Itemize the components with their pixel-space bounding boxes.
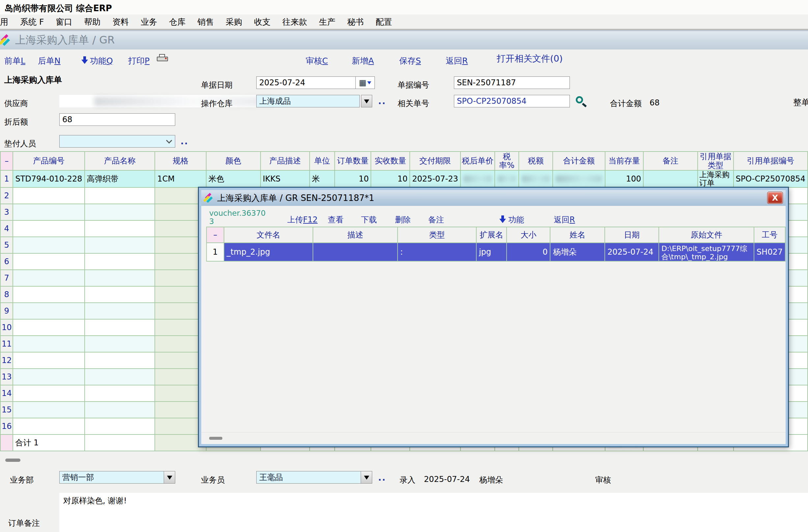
attachment-cell[interactable]: : — [398, 243, 476, 261]
grid-cell[interactable] — [553, 170, 605, 187]
attachment-cell[interactable]: 杨增朵 — [550, 243, 605, 261]
grid-cell[interactable]: 2025-07-23 — [410, 170, 460, 187]
grid-cell[interactable] — [85, 204, 155, 220]
warehouse-combo[interactable]: 上海成品 — [256, 95, 360, 107]
attachment-cell[interactable]: 0 — [507, 243, 550, 261]
menu-item-10[interactable]: 往来款 — [282, 17, 307, 27]
grid-cell[interactable]: 100 — [605, 170, 643, 187]
menu-item-4[interactable]: 资料 — [112, 17, 129, 27]
grid-cell[interactable] — [85, 336, 155, 352]
search-icon[interactable] — [576, 96, 583, 104]
dialog-link-2[interactable]: 下载 — [361, 215, 377, 225]
dialog-link-4[interactable]: 备注 — [428, 215, 444, 225]
grid-cell[interactable] — [13, 336, 84, 352]
dialog-scrollbar-track[interactable] — [201, 432, 786, 444]
salesman-combo[interactable]: 王毫品 — [256, 471, 372, 483]
grid-cell[interactable]: IKKS — [260, 170, 310, 187]
printer-icon[interactable] — [157, 54, 168, 63]
grid-cell[interactable] — [85, 303, 155, 319]
dept-dropdown-button[interactable] — [164, 471, 175, 483]
menu-item-9[interactable]: 收支 — [254, 17, 271, 27]
discount-input[interactable] — [59, 113, 175, 126]
dialog-link-6[interactable]: 返回R — [554, 215, 575, 225]
grid-cell[interactable] — [13, 418, 84, 435]
close-button[interactable]: X — [767, 192, 783, 204]
warehouse-dropdown-button[interactable] — [361, 95, 372, 107]
grid-cell[interactable]: 10 — [335, 170, 371, 187]
grid-cell[interactable] — [85, 402, 155, 418]
grid-cell[interactable] — [85, 352, 155, 369]
menu-item-6[interactable]: 仓库 — [169, 17, 185, 27]
doc-date-input[interactable] — [256, 76, 356, 89]
order-remark-input[interactable]: 对原样染色, 谢谢! — [59, 493, 808, 532]
dialog-link-0[interactable]: 上传F12 — [287, 215, 317, 225]
grid-cell[interactable] — [85, 237, 155, 253]
grid-cell[interactable]: 高弹织带 — [85, 170, 155, 187]
grid-cell[interactable] — [519, 170, 553, 187]
attachment-cell[interactable]: jpg — [476, 243, 507, 261]
menu-item-11[interactable]: 生产 — [319, 17, 335, 27]
advance-person-combo[interactable] — [59, 135, 175, 148]
menu-item-3[interactable]: 帮助 — [84, 17, 100, 27]
print-button[interactable]: 打印P — [128, 55, 149, 66]
open-related-files-button[interactable]: 打开相关文件(0) — [497, 53, 563, 65]
menu-item-2[interactable]: 窗口 — [56, 17, 72, 27]
menu-item-7[interactable]: 销售 — [197, 17, 214, 27]
grid-cell[interactable] — [85, 270, 155, 286]
function-button[interactable]: 功能Q — [90, 55, 113, 66]
grid-cell[interactable]: 米 — [310, 170, 335, 187]
grid-cell[interactable] — [13, 369, 84, 385]
grid-cell[interactable] — [495, 170, 518, 187]
doc-no-input[interactable] — [454, 76, 570, 89]
menu-item-0[interactable]: 用 — [0, 17, 8, 27]
grid-cell[interactable] — [13, 286, 84, 303]
grid-cell[interactable] — [13, 402, 84, 418]
grid-cell[interactable] — [85, 253, 155, 270]
grid-cell[interactable]: 米色 — [206, 170, 260, 187]
grid-cell[interactable] — [85, 319, 155, 336]
grid-cell[interactable] — [13, 303, 84, 319]
prev-doc-button[interactable]: 前单L — [4, 55, 25, 66]
salesman-dropdown-button[interactable] — [361, 471, 372, 483]
grid-cell[interactable]: SPO-CP25070854 — [734, 170, 808, 187]
salesman-lookup-button[interactable]: .. — [378, 473, 386, 482]
grid-cell[interactable] — [13, 270, 84, 286]
grid-cell[interactable] — [85, 385, 155, 402]
menu-item-1[interactable]: 系统 F — [20, 17, 44, 27]
attachment-cell[interactable]: D:\ERP\oit_setup7777综合\tmp\_tmp_2.jpg — [659, 243, 754, 261]
menu-item-13[interactable]: 配置 — [375, 17, 392, 27]
grid-cell[interactable]: 10 — [371, 170, 410, 187]
audit-button[interactable]: 审核C — [306, 55, 328, 66]
grid-cell[interactable]: 1CM — [155, 170, 206, 187]
grid-cell[interactable] — [85, 369, 155, 385]
grid-cell[interactable] — [13, 220, 84, 237]
dept-combo[interactable]: 营销一部 — [59, 471, 175, 483]
grid-cell[interactable] — [13, 385, 84, 402]
grid-cell[interactable] — [643, 170, 698, 187]
menu-item-12[interactable]: 秘书 — [347, 17, 364, 27]
grid-cell[interactable] — [13, 352, 84, 369]
dialog-link-1[interactable]: 查看 — [328, 215, 344, 225]
dialog-scrollbar-thumb[interactable] — [209, 437, 222, 440]
dialog-link-3[interactable]: 删除 — [395, 215, 411, 225]
attachment-cell[interactable] — [313, 243, 398, 261]
attachment-cell[interactable]: 2025-07-24 — [605, 243, 659, 261]
dialog-link-5[interactable]: 功能 — [508, 215, 524, 225]
grid-cell[interactable]: STD794-010-228 — [13, 170, 84, 187]
grid-cell[interactable] — [85, 418, 155, 435]
attachment-cell[interactable]: SH027 — [754, 243, 785, 261]
grid-cell[interactable] — [85, 286, 155, 303]
grid-cell[interactable] — [13, 237, 84, 253]
add-button[interactable]: 新增A — [352, 55, 374, 66]
menu-item-8[interactable]: 采购 — [226, 17, 242, 27]
calendar-dropdown-button[interactable]: ▦ — [356, 76, 375, 89]
warehouse-lookup-button[interactable]: .. — [378, 96, 386, 106]
attachment-cell[interactable]: _tmp_2.jpg — [224, 243, 313, 261]
advance-person-lookup-button[interactable]: .. — [181, 136, 188, 146]
grid-cell[interactable]: 上海采购订单 — [698, 170, 734, 187]
related-no-input[interactable] — [454, 95, 570, 107]
save-button[interactable]: 保存S — [399, 55, 421, 66]
grid-cell[interactable] — [13, 319, 84, 336]
grid-cell[interactable] — [13, 253, 84, 270]
grid-cell[interactable] — [13, 187, 84, 204]
